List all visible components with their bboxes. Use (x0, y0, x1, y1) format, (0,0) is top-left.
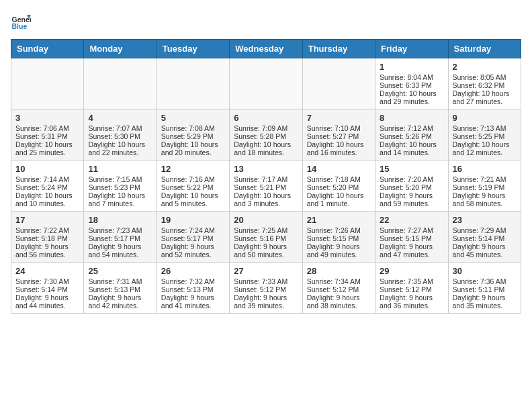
calendar-week-3: 10Sunrise: 7:14 AMSunset: 5:24 PMDayligh… (11, 161, 521, 212)
day-info: Daylight: 9 hours and 58 minutes. (453, 191, 517, 208)
day-info: Sunrise: 7:33 AM (234, 277, 298, 285)
day-number: 8 (380, 113, 443, 123)
day-number: 1 (380, 62, 443, 72)
day-info: Sunset: 5:26 PM (380, 132, 443, 140)
day-number: 3 (15, 113, 79, 123)
day-info: Sunrise: 7:30 AM (15, 277, 79, 285)
day-info: Sunset: 5:29 PM (161, 132, 225, 140)
day-info: Daylight: 10 hours and 14 minutes. (380, 140, 443, 156)
day-info: Daylight: 9 hours and 36 minutes. (380, 293, 443, 310)
day-number: 14 (307, 164, 371, 174)
day-info: Sunrise: 7:24 AM (161, 226, 225, 234)
day-info: Sunset: 5:22 PM (161, 183, 225, 191)
day-number: 9 (453, 113, 517, 123)
calendar-cell: 5Sunrise: 7:08 AMSunset: 5:29 PMDaylight… (157, 109, 229, 161)
day-info: Sunrise: 7:07 AM (88, 124, 152, 132)
day-info: Sunset: 5:12 PM (234, 285, 298, 293)
day-info: Daylight: 10 hours and 16 minutes. (307, 140, 371, 156)
day-info: Sunset: 5:14 PM (453, 234, 517, 242)
calendar-cell: 17Sunrise: 7:22 AMSunset: 5:18 PMDayligh… (11, 212, 84, 263)
calendar-cell: 16Sunrise: 7:21 AMSunset: 5:19 PMDayligh… (448, 161, 521, 212)
day-info: Sunset: 5:11 PM (453, 285, 517, 293)
day-number: 16 (453, 164, 517, 174)
day-info: Daylight: 10 hours and 1 minute. (307, 191, 371, 208)
day-info: Sunrise: 7:16 AM (161, 175, 225, 183)
day-info: Sunrise: 7:21 AM (453, 175, 517, 183)
calendar-cell: 22Sunrise: 7:27 AMSunset: 5:15 PMDayligh… (375, 212, 448, 263)
day-number: 15 (380, 164, 443, 174)
calendar-cell: 8Sunrise: 7:12 AMSunset: 5:26 PMDaylight… (375, 109, 448, 161)
day-number: 12 (161, 164, 225, 174)
calendar-cell: 15Sunrise: 7:20 AMSunset: 5:20 PMDayligh… (375, 161, 448, 212)
day-info: Sunrise: 7:35 AM (380, 277, 443, 285)
day-info: Daylight: 9 hours and 50 minutes. (234, 242, 298, 259)
day-info: Daylight: 10 hours and 18 minutes. (234, 140, 298, 156)
day-info: Sunrise: 7:08 AM (161, 124, 225, 132)
day-info: Sunrise: 7:09 AM (234, 124, 298, 132)
day-header-saturday: Saturday (448, 40, 521, 58)
day-header-wednesday: Wednesday (230, 40, 302, 58)
day-info: Sunset: 5:23 PM (88, 183, 152, 191)
day-number: 29 (380, 266, 443, 276)
day-info: Sunrise: 7:18 AM (307, 175, 371, 183)
day-number: 19 (161, 215, 225, 225)
day-info: Sunset: 5:12 PM (380, 285, 443, 293)
day-info: Daylight: 10 hours and 22 minutes. (88, 140, 152, 156)
day-info: Sunrise: 8:05 AM (453, 73, 517, 81)
day-info: Sunset: 5:15 PM (380, 234, 443, 242)
calendar-cell: 12Sunrise: 7:16 AMSunset: 5:22 PMDayligh… (157, 161, 229, 212)
calendar-cell: 2Sunrise: 8:05 AMSunset: 6:32 PMDaylight… (448, 58, 521, 109)
day-number: 18 (88, 215, 152, 225)
calendar-cell: 11Sunrise: 7:15 AMSunset: 5:23 PMDayligh… (84, 161, 157, 212)
day-info: Sunset: 5:24 PM (15, 183, 79, 191)
day-info: Sunrise: 7:22 AM (15, 226, 79, 234)
day-info: Sunset: 5:21 PM (234, 183, 298, 191)
day-number: 13 (234, 164, 298, 174)
calendar-cell: 4Sunrise: 7:07 AMSunset: 5:30 PMDaylight… (84, 109, 157, 161)
day-info: Sunset: 5:13 PM (161, 285, 225, 293)
day-info: Sunset: 5:15 PM (307, 234, 371, 242)
day-info: Sunrise: 7:25 AM (234, 226, 298, 234)
day-number: 22 (380, 215, 443, 225)
day-info: Sunrise: 7:14 AM (15, 175, 79, 183)
day-info: Sunrise: 7:31 AM (88, 277, 152, 285)
calendar-cell: 20Sunrise: 7:25 AMSunset: 5:16 PMDayligh… (230, 212, 302, 263)
day-number: 25 (88, 266, 152, 276)
day-info: Daylight: 10 hours and 27 minutes. (453, 89, 517, 105)
day-info: Daylight: 10 hours and 29 minutes. (380, 89, 443, 105)
calendar-cell (157, 58, 229, 109)
day-number: 7 (307, 113, 371, 123)
day-number: 30 (453, 266, 517, 276)
day-number: 26 (161, 266, 225, 276)
day-number: 4 (88, 113, 152, 123)
day-info: Sunrise: 7:10 AM (307, 124, 371, 132)
day-number: 20 (234, 215, 298, 225)
day-info: Sunset: 5:20 PM (307, 183, 371, 191)
day-info: Sunset: 5:30 PM (88, 132, 152, 140)
day-info: Sunrise: 7:12 AM (380, 124, 443, 132)
day-info: Sunrise: 8:04 AM (380, 73, 443, 81)
day-info: Daylight: 9 hours and 54 minutes. (88, 242, 152, 259)
day-info: Sunset: 5:17 PM (88, 234, 152, 242)
day-info: Daylight: 10 hours and 10 minutes. (15, 191, 79, 208)
day-number: 21 (307, 215, 371, 225)
day-info: Sunrise: 7:26 AM (307, 226, 371, 234)
calendar-cell: 21Sunrise: 7:26 AMSunset: 5:15 PMDayligh… (302, 212, 375, 263)
day-info: Daylight: 9 hours and 49 minutes. (307, 242, 371, 259)
day-info: Sunset: 5:18 PM (15, 234, 79, 242)
day-info: Daylight: 10 hours and 3 minutes. (234, 191, 298, 208)
calendar-cell (302, 58, 375, 109)
day-info: Sunset: 5:27 PM (307, 132, 371, 140)
day-info: Sunrise: 7:29 AM (453, 226, 517, 234)
page-header: General Blue (11, 11, 521, 31)
day-info: Sunrise: 7:36 AM (453, 277, 517, 285)
day-info: Sunset: 5:25 PM (453, 132, 517, 140)
calendar-cell: 6Sunrise: 7:09 AMSunset: 5:28 PMDaylight… (230, 109, 302, 161)
day-header-friday: Friday (375, 40, 448, 58)
day-info: Daylight: 9 hours and 35 minutes. (453, 293, 517, 310)
calendar-week-5: 24Sunrise: 7:30 AMSunset: 5:14 PMDayligh… (11, 263, 521, 314)
svg-text:Blue: Blue (12, 22, 28, 30)
day-number: 28 (307, 266, 371, 276)
day-info: Daylight: 10 hours and 5 minutes. (161, 191, 225, 208)
day-info: Sunset: 5:17 PM (161, 234, 225, 242)
